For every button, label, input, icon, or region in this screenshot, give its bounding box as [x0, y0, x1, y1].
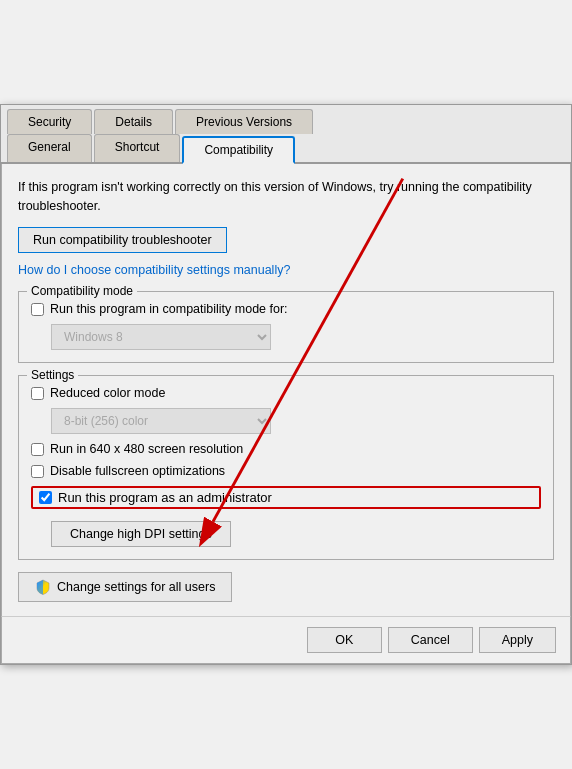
settings-label: Settings [27, 368, 78, 382]
cancel-button[interactable]: Cancel [388, 627, 473, 653]
reduced-color-row: Reduced color mode [31, 386, 541, 400]
shield-icon [35, 579, 51, 595]
admin-row-wrapper: Run this program as an administrator [31, 486, 541, 509]
tab-security[interactable]: Security [7, 109, 92, 134]
properties-window: Security Details Previous Versions Gener… [0, 104, 572, 666]
run-as-admin-checkbox[interactable] [39, 491, 52, 504]
tab-shortcut[interactable]: Shortcut [94, 134, 181, 162]
admin-highlighted-row: Run this program as an administrator [31, 486, 541, 509]
compatibility-mode-checkbox[interactable] [31, 303, 44, 316]
disable-fullscreen-row: Disable fullscreen optimizations [31, 464, 541, 478]
tabs-row-2: General Shortcut Compatibility [1, 134, 571, 164]
ok-button[interactable]: OK [307, 627, 382, 653]
intro-text: If this program isn't working correctly … [18, 178, 554, 216]
compatibility-mode-checkbox-label: Run this program in compatibility mode f… [50, 302, 288, 316]
apply-button[interactable]: Apply [479, 627, 556, 653]
compatibility-mode-label: Compatibility mode [27, 284, 137, 298]
screen-resolution-row: Run in 640 x 480 screen resolution [31, 442, 541, 456]
run-as-admin-label: Run this program as an administrator [58, 490, 272, 505]
troubleshoot-button[interactable]: Run compatibility troubleshooter [18, 227, 227, 253]
compatibility-mode-group: Compatibility mode Run this program in c… [18, 291, 554, 363]
disable-fullscreen-label: Disable fullscreen optimizations [50, 464, 225, 478]
dpi-settings-button[interactable]: Change high DPI settings [51, 521, 231, 547]
help-link[interactable]: How do I choose compatibility settings m… [18, 263, 554, 277]
tabs-container: Security Details Previous Versions Gener… [1, 105, 571, 164]
reduced-color-checkbox[interactable] [31, 387, 44, 400]
disable-fullscreen-checkbox[interactable] [31, 465, 44, 478]
compatibility-mode-row: Run this program in compatibility mode f… [31, 302, 541, 316]
reduced-color-label: Reduced color mode [50, 386, 165, 400]
screen-resolution-label: Run in 640 x 480 screen resolution [50, 442, 243, 456]
tab-compatibility[interactable]: Compatibility [182, 136, 295, 164]
change-settings-button[interactable]: Change settings for all users [18, 572, 232, 602]
tab-previous-versions[interactable]: Previous Versions [175, 109, 313, 134]
screen-resolution-checkbox[interactable] [31, 443, 44, 456]
settings-group: Settings Reduced color mode 8-bit (256) … [18, 375, 554, 560]
bottom-buttons: OK Cancel Apply [1, 616, 571, 664]
content-area: If this program isn't working correctly … [1, 164, 571, 617]
tabs-row-1: Security Details Previous Versions [1, 105, 571, 134]
change-settings-label: Change settings for all users [57, 580, 215, 594]
compatibility-mode-dropdown[interactable]: Windows 8 Windows 7 Windows Vista (SP2) … [51, 324, 271, 350]
color-mode-dropdown[interactable]: 8-bit (256) color 16-bit (65536) color [51, 408, 271, 434]
tab-general[interactable]: General [7, 134, 92, 162]
tab-details[interactable]: Details [94, 109, 173, 134]
